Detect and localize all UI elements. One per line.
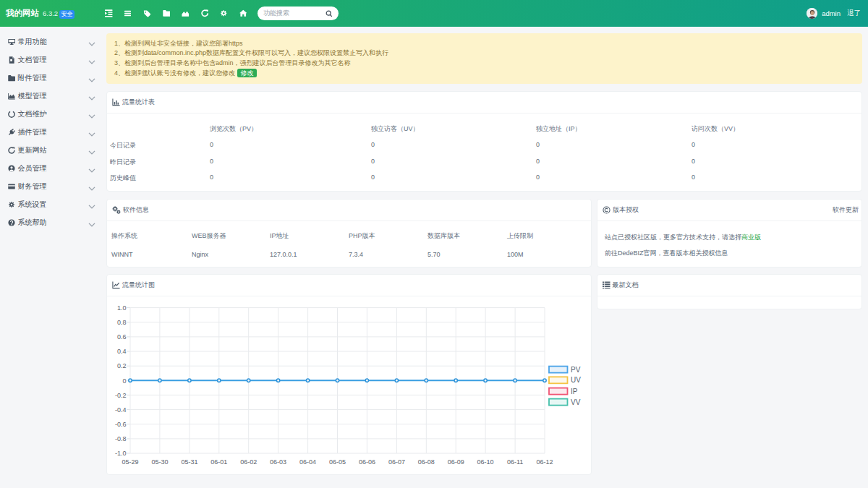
svg-text:PV: PV xyxy=(571,366,581,374)
svg-text:06-09: 06-09 xyxy=(448,458,464,466)
svg-text:-0.6: -0.6 xyxy=(115,421,127,428)
svg-text:0.8: 0.8 xyxy=(117,319,127,326)
svg-text:06-04: 06-04 xyxy=(299,458,316,466)
svg-text:06-10: 06-10 xyxy=(477,458,494,466)
svg-text:06-11: 06-11 xyxy=(507,458,523,466)
svg-text:-0.4: -0.4 xyxy=(115,406,127,414)
svg-text:VV: VV xyxy=(571,398,581,406)
svg-text:0.4: 0.4 xyxy=(117,348,127,355)
svg-text:UV: UV xyxy=(571,376,581,384)
svg-text:05-30: 05-30 xyxy=(151,458,168,466)
svg-text:0: 0 xyxy=(122,377,126,385)
svg-text:06-12: 06-12 xyxy=(536,458,553,466)
svg-text:06-08: 06-08 xyxy=(418,458,435,466)
svg-text:0.6: 0.6 xyxy=(117,333,127,341)
svg-text:IP: IP xyxy=(571,388,578,395)
svg-text:-1.0: -1.0 xyxy=(115,450,127,457)
svg-text:06-05: 06-05 xyxy=(329,458,346,466)
svg-text:06-03: 06-03 xyxy=(270,458,286,466)
svg-text:06-01: 06-01 xyxy=(210,458,227,466)
svg-text:-0.2: -0.2 xyxy=(115,392,127,399)
svg-text:0.2: 0.2 xyxy=(117,362,127,369)
svg-text:06-07: 06-07 xyxy=(388,458,405,466)
svg-text:05-31: 05-31 xyxy=(181,458,197,466)
svg-text:05-29: 05-29 xyxy=(122,458,138,466)
svg-text:06-06: 06-06 xyxy=(359,458,375,466)
svg-text:06-02: 06-02 xyxy=(240,458,257,466)
svg-text:1.0: 1.0 xyxy=(117,304,127,312)
svg-text:-0.8: -0.8 xyxy=(115,435,127,442)
